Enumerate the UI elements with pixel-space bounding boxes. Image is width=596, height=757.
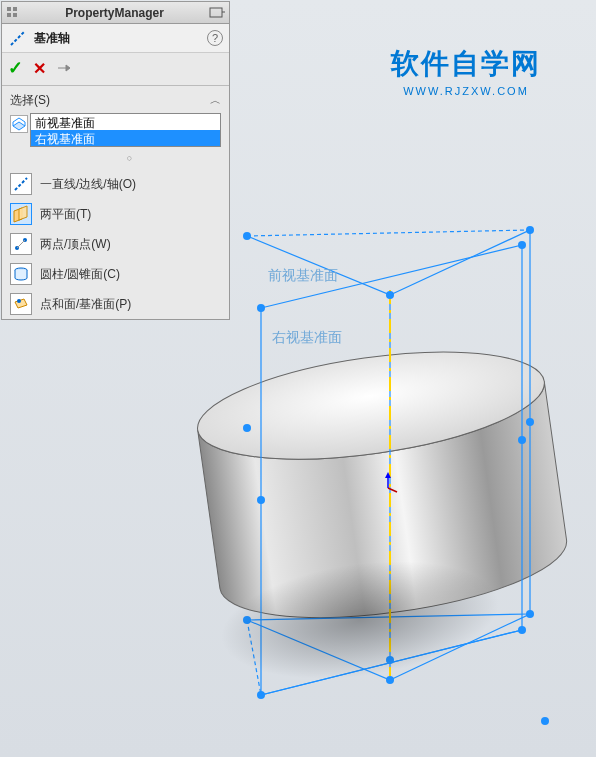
action-row: ✓ ✕ xyxy=(2,53,229,86)
option-label: 圆柱/圆锥面(C) xyxy=(40,266,120,283)
svg-point-7 xyxy=(243,424,251,432)
axis-feature-icon xyxy=(8,28,28,48)
svg-point-33 xyxy=(17,299,21,303)
option-label: 两平面(T) xyxy=(40,206,91,223)
option-two-planes[interactable]: 两平面(T) xyxy=(2,199,229,229)
line-edge-axis-icon xyxy=(10,173,32,195)
svg-point-3 xyxy=(526,226,534,234)
svg-line-27 xyxy=(11,31,25,45)
option-label: 一直线/边线/轴(O) xyxy=(40,176,136,193)
svg-rect-21 xyxy=(7,7,11,11)
selection-section-header[interactable]: 选择(S) ︿ xyxy=(2,86,229,113)
selection-spacer-icon: ○ xyxy=(30,153,229,163)
feature-name: 基准轴 xyxy=(34,30,70,47)
selection-item[interactable]: 前视基准面 xyxy=(31,114,220,130)
svg-point-4 xyxy=(386,291,394,299)
svg-line-28 xyxy=(15,178,27,190)
svg-point-16 xyxy=(518,436,526,444)
ok-button[interactable]: ✓ xyxy=(8,57,23,79)
svg-point-6 xyxy=(518,241,526,249)
option-label: 点和面/基准面(P) xyxy=(40,296,131,313)
svg-point-17 xyxy=(541,717,549,725)
panel-menu-icon[interactable] xyxy=(6,6,20,20)
property-manager-panel: PropertyManager 基准轴 ? ✓ ✕ 选择(S) ︿ 前视基准面 … xyxy=(1,1,230,320)
svg-rect-22 xyxy=(13,7,17,11)
svg-line-31 xyxy=(17,240,25,248)
watermark-cn: 软件自学网 xyxy=(391,45,541,83)
watermark: 软件自学网 WWW.RJZXW.COM xyxy=(391,45,541,97)
panel-header: PropertyManager xyxy=(2,2,229,24)
svg-point-15 xyxy=(257,496,265,504)
feature-title-row: 基准轴 ? xyxy=(2,24,229,53)
selection-item[interactable]: 右视基准面 xyxy=(31,130,220,146)
plane-label-right: 右视基准面 xyxy=(272,329,342,345)
svg-point-2 xyxy=(243,232,251,240)
point-face-icon xyxy=(10,293,32,315)
option-point-face[interactable]: 点和面/基准面(P) xyxy=(2,289,229,319)
plane-label-front: 前视基准面 xyxy=(268,267,338,283)
two-planes-icon xyxy=(10,203,32,225)
option-two-points[interactable]: 两点/顶点(W) xyxy=(2,229,229,259)
pushpin-button[interactable] xyxy=(56,61,72,75)
svg-rect-25 xyxy=(210,8,222,17)
two-points-icon xyxy=(10,233,32,255)
option-cylinder-cone[interactable]: 圆柱/圆锥面(C) xyxy=(2,259,229,289)
option-line-edge-axis[interactable]: 一直线/边线/轴(O) xyxy=(2,169,229,199)
cylinder-cone-icon xyxy=(10,263,32,285)
cancel-button[interactable]: ✕ xyxy=(33,59,46,78)
chevron-up-icon: ︿ xyxy=(210,93,221,108)
option-label: 两点/顶点(W) xyxy=(40,236,111,253)
svg-rect-23 xyxy=(7,13,11,17)
help-icon[interactable]: ? xyxy=(207,30,223,46)
panel-title: PropertyManager xyxy=(20,6,209,20)
svg-point-5 xyxy=(257,304,265,312)
selection-header-label: 选择(S) xyxy=(10,92,50,109)
svg-rect-24 xyxy=(13,13,17,17)
panel-pin-icon[interactable] xyxy=(209,6,225,20)
svg-point-8 xyxy=(526,418,534,426)
selection-type-icon[interactable] xyxy=(10,115,28,133)
selection-listbox[interactable]: 前视基准面 右视基准面 xyxy=(30,113,221,147)
watermark-en: WWW.RJZXW.COM xyxy=(391,85,541,97)
